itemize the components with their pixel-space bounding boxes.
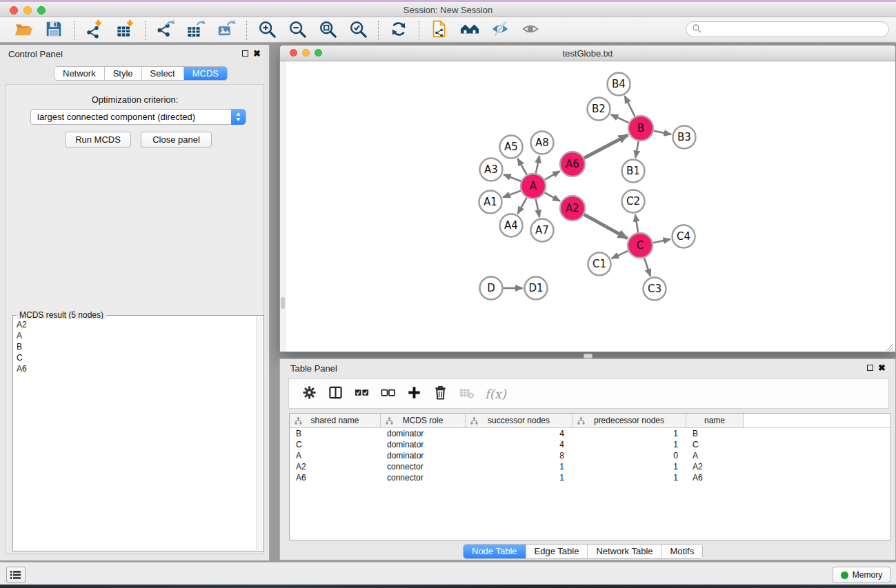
tab-network[interactable]: Network — [54, 67, 105, 80]
cell-MCDS-role[interactable]: connector — [381, 472, 466, 483]
cell-name[interactable]: A — [686, 450, 744, 461]
cell-MCDS-role[interactable]: dominator — [381, 428, 466, 439]
cell-shared-name[interactable]: C — [290, 439, 381, 450]
node-A4[interactable]: A4 — [500, 214, 523, 237]
refresh-button[interactable] — [388, 20, 409, 41]
deselect-all-button[interactable] — [379, 385, 397, 403]
column-header-successor-nodes[interactable]: successor nodes — [466, 414, 573, 427]
search-input[interactable] — [704, 25, 888, 34]
node-C1[interactable]: C1 — [588, 253, 611, 276]
edge-B-B4[interactable] — [625, 96, 635, 116]
edge-B-B1[interactable] — [635, 141, 638, 158]
close-panel-button[interactable]: Close panel — [141, 132, 212, 148]
node-A8[interactable]: A8 — [531, 132, 554, 154]
column-header-name[interactable]: name — [686, 414, 744, 427]
node-A3[interactable]: A3 — [480, 159, 503, 181]
edge-A-A6[interactable] — [545, 171, 560, 179]
edge-A-A7[interactable] — [536, 199, 539, 217]
new-network-from-selection-button[interactable] — [429, 20, 450, 41]
edge-B-B3[interactable] — [654, 131, 671, 134]
cell-name[interactable]: C — [686, 439, 744, 450]
close-table-panel-icon[interactable]: ✖ — [878, 365, 886, 371]
node-C[interactable]: C — [628, 233, 653, 258]
import-table-button[interactable] — [115, 20, 135, 41]
task-history-button[interactable] — [6, 567, 26, 583]
add-column-button[interactable] — [405, 385, 423, 403]
node-A7[interactable]: A7 — [531, 219, 554, 242]
node-B3[interactable]: B3 — [673, 126, 696, 149]
edge-A6-B[interactable] — [584, 135, 628, 158]
zoom-out-button[interactable] — [287, 20, 308, 41]
float-table-panel-icon[interactable] — [867, 365, 873, 371]
node-A6[interactable]: A6 — [560, 152, 585, 176]
memory-button[interactable]: Memory — [833, 567, 890, 583]
cell-name[interactable]: A2 — [686, 461, 744, 472]
cell-successor-nodes[interactable]: 4 — [466, 439, 573, 450]
cell-MCDS-role[interactable]: dominator — [381, 450, 466, 461]
result-scrollbar[interactable] — [256, 316, 263, 550]
function-builder-button[interactable]: f(x) — [485, 387, 506, 401]
cell-shared-name[interactable]: B — [290, 428, 381, 439]
cell-shared-name[interactable]: A2 — [290, 461, 381, 472]
node-C4[interactable]: C4 — [673, 225, 695, 248]
cell-shared-name[interactable]: A6 — [290, 472, 381, 483]
export-network-button[interactable] — [155, 20, 176, 41]
hide-details-eye-slash-button[interactable] — [490, 20, 510, 41]
tab-node-table[interactable]: Node Table — [464, 545, 526, 558]
export-image-button[interactable] — [216, 20, 237, 41]
eye-button[interactable] — [520, 20, 541, 41]
window-resize-grip[interactable] — [886, 342, 894, 350]
split-pane-grip[interactable] — [584, 354, 593, 358]
node-A1[interactable]: A1 — [479, 191, 502, 214]
edge-C-C3[interactable] — [644, 258, 650, 276]
tab-mcds[interactable]: MCDS — [184, 67, 227, 80]
cell-predecessor-nodes[interactable]: 0 — [573, 450, 686, 461]
cell-successor-nodes[interactable]: 4 — [466, 428, 573, 439]
cell-predecessor-nodes[interactable]: 1 — [573, 472, 686, 483]
result-node-item[interactable]: A — [14, 330, 256, 341]
node-C3[interactable]: C3 — [644, 278, 666, 301]
result-node-item[interactable]: C — [14, 352, 256, 363]
edge-A-A8[interactable] — [536, 156, 539, 173]
tab-edge-table[interactable]: Edge Table — [526, 545, 588, 558]
result-node-item[interactable]: A2 — [14, 319, 256, 330]
node-B4[interactable]: B4 — [608, 73, 630, 96]
node-C2[interactable]: C2 — [622, 190, 645, 213]
edge-B-B2[interactable] — [611, 114, 629, 123]
network-scrollbar-handle[interactable] — [281, 297, 285, 309]
save-session-button[interactable] — [43, 20, 64, 41]
cell-name[interactable]: A6 — [686, 472, 744, 483]
tab-motifs[interactable]: Motifs — [662, 545, 703, 558]
node-B2[interactable]: B2 — [588, 98, 610, 121]
result-node-item[interactable]: A6 — [14, 363, 256, 374]
import-network-button[interactable] — [84, 20, 105, 41]
open-session-button[interactable] — [13, 20, 34, 41]
close-panel-icon[interactable]: ✖ — [253, 50, 261, 57]
edge-C-C2[interactable] — [635, 214, 638, 232]
zoom-selected-button[interactable] — [348, 20, 368, 41]
cell-name[interactable]: B — [686, 428, 744, 439]
tab-network-table[interactable]: Network Table — [588, 545, 661, 558]
float-panel-icon[interactable] — [242, 50, 248, 57]
cell-successor-nodes[interactable]: 1 — [466, 461, 573, 472]
criterion-dropdown[interactable]: largest connected component (directed) — [30, 109, 246, 125]
run-mcds-button[interactable]: Run MCDS — [65, 132, 131, 148]
edge-A-A5[interactable] — [518, 159, 527, 174]
node-A2[interactable]: A2 — [560, 196, 585, 221]
network-canvas[interactable]: AA1A2A3A4A5A6A7A8BB1B2B3B4CC1C2C3C4DD1 — [280, 61, 895, 352]
attribute-gear-button[interactable] — [300, 385, 318, 403]
tab-select[interactable]: Select — [142, 67, 184, 80]
result-node-item[interactable]: B — [14, 341, 256, 352]
edge-A2-C[interactable] — [584, 214, 628, 239]
cell-predecessor-nodes[interactable]: 1 — [573, 439, 686, 450]
edge-A-A2[interactable] — [545, 192, 560, 201]
delete-column-button[interactable] — [431, 385, 449, 403]
column-header-shared-name[interactable]: shared name — [290, 414, 381, 427]
export-table-button[interactable] — [186, 20, 206, 41]
edge-C-C1[interactable] — [612, 251, 628, 258]
node-A[interactable]: A — [521, 174, 546, 199]
edge-A-A1[interactable] — [503, 191, 521, 198]
edge-C-C4[interactable] — [653, 239, 670, 243]
node-B[interactable]: B — [628, 116, 653, 141]
column-header-MCDS-role[interactable]: MCDS role — [381, 414, 466, 427]
